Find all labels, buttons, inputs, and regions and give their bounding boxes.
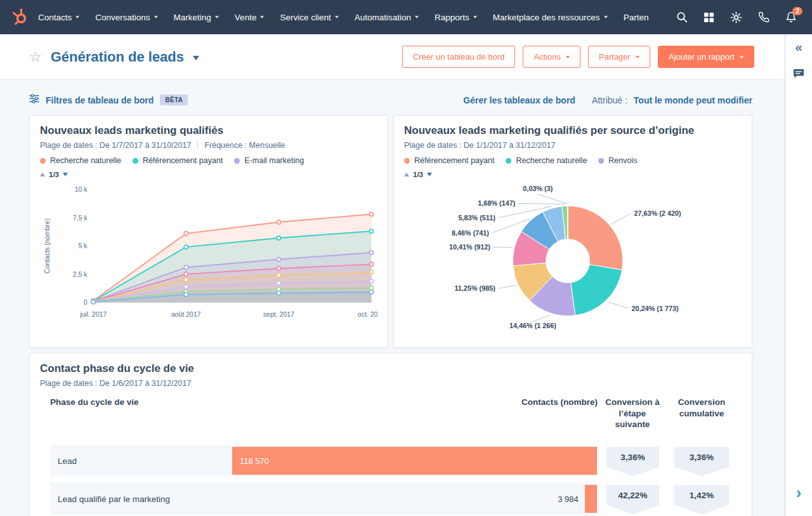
column-header-phase: Phase du cycle de vie bbox=[50, 397, 139, 408]
conversion-cumulative-cell: 1,42% bbox=[674, 485, 729, 514]
legend-next-icon[interactable] bbox=[427, 173, 432, 176]
legend-item[interactable]: Recherche naturelle bbox=[40, 156, 121, 165]
line-chart-title: Nouveaux leads marketing qualifiés bbox=[40, 124, 377, 137]
star-icon[interactable]: ☆ bbox=[29, 50, 42, 64]
svg-text:2,5 k: 2,5 k bbox=[73, 270, 88, 278]
donut-slice[interactable] bbox=[568, 206, 623, 270]
svg-text:5 k: 5 k bbox=[79, 242, 88, 249]
page-title: Génération de leads bbox=[51, 49, 184, 65]
hubspot-logo[interactable] bbox=[8, 8, 32, 27]
notifications-icon[interactable]: 2 bbox=[785, 11, 797, 23]
svg-text:oct. 2017: oct. 2017 bbox=[358, 310, 377, 318]
line-chart: 02,5 k5 k7,5 k10 kjuil. 2017août 2017sep… bbox=[40, 181, 377, 324]
chevron-down-icon bbox=[154, 16, 158, 18]
share-button[interactable]: Partager bbox=[588, 46, 650, 68]
beta-badge: BÊTA bbox=[160, 95, 188, 105]
legend-dot-icon bbox=[506, 158, 511, 164]
create-dashboard-button[interactable]: Créer un tableau de bord bbox=[402, 46, 516, 68]
legend-item[interactable]: Recherche naturelle bbox=[506, 156, 587, 165]
filter-icon bbox=[29, 94, 39, 106]
nav-item-automatisation[interactable]: Automatisation bbox=[355, 13, 419, 22]
conversion-next-cell: 3,36% bbox=[606, 447, 659, 476]
donut-chart-title: Nouveaux leads marketing qualifiés per s… bbox=[404, 124, 742, 137]
nav-item-marketing[interactable]: Marketing bbox=[174, 13, 219, 22]
nav-item-contacts[interactable]: Contacts bbox=[38, 13, 79, 22]
column-header-conversion-next: Conversion à l’étape suivante bbox=[604, 397, 661, 430]
svg-text:14,46% (1 266): 14,46% (1 266) bbox=[509, 322, 556, 330]
chevron-down-icon bbox=[75, 16, 79, 18]
nav-item-rapports[interactable]: Rapports bbox=[435, 13, 477, 22]
dashboard-switcher-caret-icon[interactable] bbox=[193, 56, 199, 60]
legend-page-indicator: 1/3 bbox=[413, 171, 423, 178]
conversion-cumulative-cell: 3,36% bbox=[674, 447, 729, 476]
nav-item-conversations[interactable]: Conversations bbox=[95, 13, 157, 22]
donut-chart: 27,63% (2 420)20,24% (1 773)14,46% (1 26… bbox=[404, 181, 742, 338]
chevron-down-icon bbox=[415, 16, 419, 18]
legend-item[interactable]: Référencement payant bbox=[133, 156, 223, 165]
add-report-button[interactable]: Ajouter un rapport bbox=[658, 46, 754, 68]
legend-dot-icon bbox=[133, 158, 138, 164]
donut-chart-legend: Référencement payantRecherche naturelleR… bbox=[404, 156, 742, 165]
settings-icon[interactable] bbox=[730, 11, 742, 23]
chevron-down-icon bbox=[335, 16, 339, 18]
funnel-bar-value: 118 570 bbox=[232, 456, 269, 466]
manage-dashboards-link[interactable]: Gérer les tableaux de bord bbox=[463, 95, 575, 105]
donut-chart-date-range: Plage de dates : De 1/1/2017 à 31/12/201… bbox=[404, 141, 555, 150]
conversion-next-cell: 42,22% bbox=[606, 485, 659, 514]
line-chart-frequency: Fréquence : Mensuelle bbox=[204, 141, 285, 150]
legend-dot-icon bbox=[404, 158, 410, 164]
dashboard-filters-bar: Filtres de tableau de bord BÊTA Gérer le… bbox=[29, 94, 752, 106]
funnel-bar-value: 3 984 bbox=[558, 494, 579, 504]
legend-item[interactable]: E-mail marketing bbox=[234, 156, 304, 165]
svg-text:0,03% (3): 0,03% (3) bbox=[523, 185, 553, 192]
nav-icons: 2 bbox=[667, 11, 812, 23]
funnel-bar[interactable]: 118 570 bbox=[232, 447, 597, 475]
nav-item-parten[interactable]: Parten bbox=[624, 13, 649, 22]
donut-chart-card: Nouveaux leads marketing qualifiés per s… bbox=[393, 115, 752, 348]
svg-text:août 2017: août 2017 bbox=[171, 310, 201, 318]
collapse-panel-icon[interactable]: « bbox=[795, 41, 802, 53]
funnel-bar[interactable] bbox=[585, 485, 597, 513]
legend-dot-icon bbox=[598, 158, 604, 164]
nav-item-vente[interactable]: Vente bbox=[235, 13, 265, 22]
funnel-date-range: Plage de dates : De 1/6/2017 à 31/12/201… bbox=[40, 379, 191, 388]
top-nav: ContactsConversationsMarketingVenteServi… bbox=[0, 0, 812, 34]
line-chart-card: Nouveaux leads marketing qualifiés Plage… bbox=[29, 115, 388, 348]
funnel-title: Contact phase du cycle de vie bbox=[40, 362, 742, 375]
expand-panel-icon[interactable]: › bbox=[785, 484, 812, 501]
funnel-header: Phase du cycle de vie Contacts (nombre) … bbox=[40, 397, 742, 439]
svg-text:7,5 k: 7,5 k bbox=[73, 214, 88, 222]
funnel-row: Lead qualifié par le marketing 3 984 42,… bbox=[40, 483, 742, 515]
legend-next-icon[interactable] bbox=[63, 173, 68, 176]
legend-prev-icon[interactable] bbox=[404, 173, 409, 176]
nav-item-marketplace-des-ressources[interactable]: Marketplace des ressources bbox=[493, 13, 608, 22]
svg-text:5,83% (511): 5,83% (511) bbox=[458, 214, 495, 222]
svg-text:sept. 2017: sept. 2017 bbox=[263, 310, 294, 318]
search-icon[interactable] bbox=[676, 11, 688, 23]
dashboard-filters-toggle[interactable]: Filtres de tableau de bord BÊTA bbox=[29, 94, 188, 106]
nav-item-service-client[interactable]: Service client bbox=[280, 13, 338, 22]
assigned-permission-link[interactable]: Tout le monde peut modifier bbox=[634, 95, 752, 105]
chevron-down-icon bbox=[604, 16, 608, 18]
comments-icon[interactable] bbox=[792, 67, 805, 83]
notification-badge: 2 bbox=[792, 7, 802, 15]
legend-pager: 1/3 bbox=[404, 171, 742, 178]
svg-text:8,46% (741): 8,46% (741) bbox=[452, 229, 489, 237]
marketplace-icon[interactable] bbox=[704, 12, 714, 23]
svg-text:1,68% (147): 1,68% (147) bbox=[478, 199, 515, 207]
filters-label: Filtres de tableau de bord bbox=[46, 95, 154, 105]
donut-slice[interactable] bbox=[571, 265, 622, 315]
chevron-down-icon bbox=[260, 16, 264, 18]
legend-prev-icon[interactable] bbox=[40, 173, 45, 176]
svg-text:11,25% (985): 11,25% (985) bbox=[454, 284, 495, 292]
actions-button[interactable]: Actions bbox=[523, 46, 580, 68]
legend-item[interactable]: Renvois bbox=[598, 156, 637, 165]
legend-item[interactable]: Référencement payant bbox=[404, 156, 494, 165]
funnel-row: Lead 118 570 3,36% 3,36% bbox=[40, 445, 742, 477]
nav-menu: ContactsConversationsMarketingVenteServi… bbox=[38, 13, 667, 22]
page-header: ☆ Génération de leads Créer un tableau d… bbox=[0, 34, 812, 80]
svg-text:Contacts (nombre): Contacts (nombre) bbox=[43, 218, 51, 274]
chevron-down-icon bbox=[215, 16, 219, 18]
svg-text:20,24% (1 773): 20,24% (1 773) bbox=[632, 305, 679, 312]
phone-icon[interactable] bbox=[758, 11, 769, 23]
